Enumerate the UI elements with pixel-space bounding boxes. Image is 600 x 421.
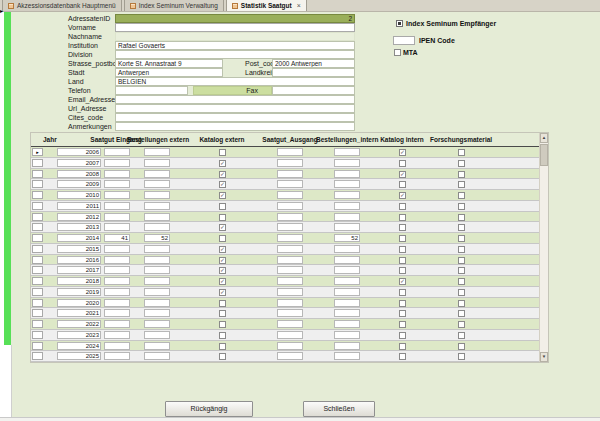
jahr-field[interactable]: 2023 xyxy=(57,331,101,339)
katalog-intern-checkbox[interactable] xyxy=(399,310,406,317)
ipen-code-field[interactable] xyxy=(393,36,415,45)
saatgut-eingang-field[interactable] xyxy=(104,213,130,221)
row-selector[interactable] xyxy=(32,288,43,296)
jahr-field[interactable]: 2011 xyxy=(57,202,101,210)
katalog-extern-checkbox[interactable]: ✓ xyxy=(219,160,226,167)
row-selector[interactable] xyxy=(32,170,43,178)
bestellungen-intern-field[interactable] xyxy=(334,148,360,156)
forschungsmaterial-checkbox[interactable] xyxy=(458,343,465,350)
forschungsmaterial-checkbox[interactable] xyxy=(458,257,465,264)
katalog-intern-checkbox[interactable] xyxy=(399,353,406,360)
katalog-extern-checkbox[interactable] xyxy=(219,321,226,328)
vorname-field[interactable] xyxy=(115,23,355,32)
bestellungen-intern-field[interactable] xyxy=(334,342,360,350)
jahr-field[interactable]: 2025 xyxy=(57,352,101,360)
bestellungen-intern-field[interactable] xyxy=(334,352,360,360)
row-selector[interactable] xyxy=(32,180,43,188)
bestellungen-intern-field[interactable] xyxy=(334,245,360,253)
mta-checkbox[interactable] xyxy=(394,49,401,56)
bestellungen-extern-field[interactable] xyxy=(144,331,170,339)
saatgut-ausgang-field[interactable] xyxy=(277,266,303,274)
saatgut-ausgang-field[interactable] xyxy=(277,331,303,339)
bestellungen-intern-field[interactable] xyxy=(334,277,360,285)
row-selector[interactable] xyxy=(32,277,43,285)
land-field[interactable]: BELGIEN xyxy=(115,77,355,86)
saatgut-eingang-field[interactable] xyxy=(104,309,130,317)
url-adresse-field[interactable] xyxy=(115,104,355,113)
jahr-field[interactable]: 2019 xyxy=(57,288,101,296)
row-selector[interactable] xyxy=(32,191,43,199)
bestellungen-intern-field[interactable] xyxy=(334,202,360,210)
landkreis-field[interactable] xyxy=(272,68,355,77)
forschungsmaterial-checkbox[interactable] xyxy=(458,300,465,307)
forschungsmaterial-checkbox[interactable] xyxy=(458,289,465,296)
saatgut-ausgang-field[interactable] xyxy=(277,245,303,253)
forschungsmaterial-checkbox[interactable] xyxy=(458,353,465,360)
saatgut-eingang-field[interactable] xyxy=(104,170,130,178)
katalog-intern-checkbox[interactable] xyxy=(399,214,406,221)
katalog-extern-checkbox[interactable]: ✓ xyxy=(219,181,226,188)
saatgut-eingang-field[interactable] xyxy=(104,202,130,210)
katalog-extern-checkbox[interactable]: ✓ xyxy=(219,289,226,296)
jahr-field[interactable]: 2014 xyxy=(57,234,101,242)
forschungsmaterial-checkbox[interactable] xyxy=(458,181,465,188)
forschungsmaterial-checkbox[interactable] xyxy=(458,321,465,328)
saatgut-eingang-field[interactable] xyxy=(104,331,130,339)
bestellungen-extern-field[interactable] xyxy=(144,299,170,307)
row-selector[interactable] xyxy=(32,309,43,317)
katalog-intern-checkbox[interactable] xyxy=(399,181,406,188)
katalog-extern-checkbox[interactable] xyxy=(219,343,226,350)
katalog-extern-checkbox[interactable] xyxy=(219,203,226,210)
katalog-extern-checkbox[interactable] xyxy=(219,149,226,156)
katalog-extern-checkbox[interactable]: ✓ xyxy=(219,267,226,274)
katalog-intern-checkbox[interactable] xyxy=(399,332,406,339)
bestellungen-intern-field[interactable] xyxy=(334,170,360,178)
saatgut-eingang-field[interactable] xyxy=(104,288,130,296)
row-selector[interactable] xyxy=(32,245,43,253)
saatgut-eingang-field[interactable] xyxy=(104,266,130,274)
katalog-intern-checkbox[interactable]: ✓ xyxy=(399,278,406,285)
katalog-intern-checkbox[interactable] xyxy=(399,224,406,231)
katalog-extern-checkbox[interactable]: ✓ xyxy=(219,246,226,253)
row-selector[interactable] xyxy=(32,202,43,210)
saatgut-eingang-field[interactable] xyxy=(104,277,130,285)
bestellungen-extern-field[interactable] xyxy=(144,213,170,221)
bestellungen-intern-field[interactable] xyxy=(334,288,360,296)
bestellungen-intern-field[interactable] xyxy=(334,159,360,167)
katalog-intern-checkbox[interactable] xyxy=(399,300,406,307)
adressatenid-field[interactable]: 2 xyxy=(115,14,355,23)
forschungsmaterial-checkbox[interactable] xyxy=(458,332,465,339)
row-selector[interactable] xyxy=(32,223,43,231)
fax-field[interactable] xyxy=(272,86,355,95)
saatgut-eingang-field[interactable] xyxy=(104,245,130,253)
katalog-intern-checkbox[interactable] xyxy=(399,160,406,167)
bestellungen-intern-field[interactable] xyxy=(334,213,360,221)
jahr-field[interactable]: 2018 xyxy=(57,277,101,285)
row-selector[interactable] xyxy=(32,266,43,274)
saatgut-eingang-field[interactable] xyxy=(104,342,130,350)
saatgut-eingang-field[interactable] xyxy=(104,159,130,167)
jahr-field[interactable]: 2009 xyxy=(57,180,101,188)
forschungsmaterial-checkbox[interactable] xyxy=(458,267,465,274)
email-adresse-field[interactable] xyxy=(115,95,355,104)
row-selector[interactable] xyxy=(32,234,43,242)
jahr-field[interactable]: 2008 xyxy=(57,170,101,178)
saatgut-eingang-field[interactable]: 41 xyxy=(104,234,130,242)
telefon-field[interactable] xyxy=(115,86,188,95)
saatgut-ausgang-field[interactable] xyxy=(277,277,303,285)
ruckgangig-button[interactable]: Rückgängig xyxy=(165,401,253,417)
katalog-intern-checkbox[interactable]: ✓ xyxy=(399,171,406,178)
tab-index-seminum-verwaltung[interactable]: Index Seminum Verwaltung xyxy=(124,0,224,11)
bestellungen-intern-field[interactable] xyxy=(334,309,360,317)
bestellungen-intern-field[interactable] xyxy=(334,331,360,339)
katalog-extern-checkbox[interactable] xyxy=(219,214,226,221)
bestellungen-extern-field[interactable] xyxy=(144,256,170,264)
row-selector[interactable] xyxy=(32,342,43,350)
katalog-extern-checkbox[interactable]: ✓ xyxy=(219,224,226,231)
forschungsmaterial-checkbox[interactable] xyxy=(458,235,465,242)
katalog-intern-checkbox[interactable] xyxy=(399,257,406,264)
saatgut-ausgang-field[interactable] xyxy=(277,213,303,221)
bestellungen-extern-field[interactable] xyxy=(144,245,170,253)
saatgut-ausgang-field[interactable] xyxy=(277,288,303,296)
katalog-extern-checkbox[interactable] xyxy=(219,300,226,307)
